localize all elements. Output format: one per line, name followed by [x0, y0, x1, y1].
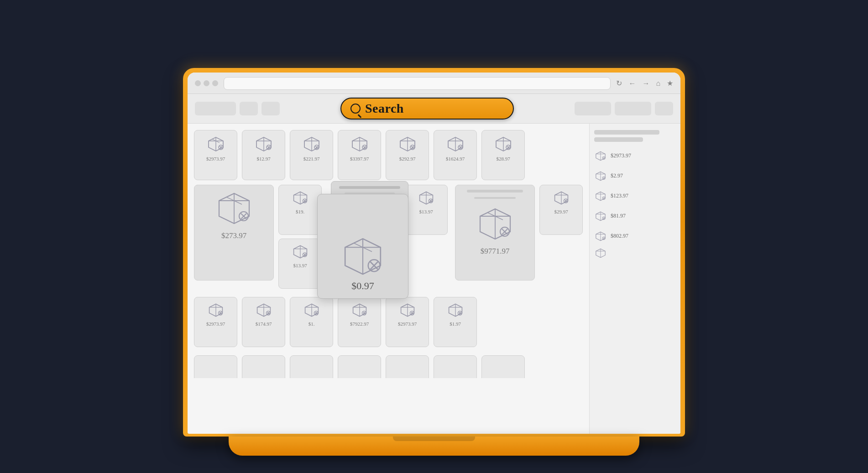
box-icon	[303, 302, 321, 318]
home-icon[interactable]: ⌂	[656, 79, 660, 88]
sidebar-header	[594, 130, 676, 144]
sidebar-item[interactable]: $2.97	[594, 168, 676, 184]
sidebar-item[interactable]: $81.97	[594, 208, 676, 224]
price-tag: $174.97	[256, 321, 272, 327]
search-bar-wrapper: Search	[283, 98, 571, 120]
price-tag: $13.97	[293, 263, 307, 268]
sidebar-line-1	[594, 130, 659, 135]
sidebar-price-4: $81.97	[611, 213, 626, 219]
laptop-lid: ↻ ← → ⌂ ★ Search	[183, 68, 685, 437]
search-icon	[350, 104, 361, 114]
nav-button-3[interactable]	[261, 102, 280, 115]
sidebar-box-icon	[594, 150, 607, 162]
nav-button-2[interactable]	[240, 102, 258, 115]
box-icon	[445, 135, 465, 153]
partial-card	[194, 355, 237, 378]
price-tag: $13.97	[419, 209, 433, 214]
price-tag: $292.97	[399, 156, 416, 161]
product-card[interactable]: $221.97	[290, 130, 333, 180]
sidebar-box-icon	[594, 249, 607, 258]
search-bar[interactable]: Search	[340, 98, 514, 120]
sidebar-item[interactable]: $802.97	[594, 229, 676, 244]
product-card[interactable]: $13.97	[278, 239, 322, 289]
price-tag: $1.97	[450, 321, 461, 327]
box-icon-xl	[338, 234, 388, 280]
sidebar-box-icon	[594, 210, 607, 222]
box-icon	[206, 135, 226, 153]
box-icon	[254, 135, 274, 153]
price-tag: $2973.97	[206, 321, 225, 327]
price-tag-medium: $273.97	[221, 231, 246, 240]
sidebar-item[interactable]: $123.97	[594, 188, 676, 204]
product-card[interactable]: $29.97	[539, 185, 583, 235]
nav-button-4[interactable]	[575, 102, 611, 115]
box-icon	[350, 135, 370, 153]
scene: ↻ ← → ⌂ ★ Search	[115, 18, 753, 456]
price-tag: $1624.97	[446, 156, 465, 161]
sidebar-item[interactable]: $2973.97	[594, 148, 676, 164]
box-icon-medium	[475, 205, 516, 244]
refresh-icon[interactable]: ↻	[616, 79, 622, 88]
product-card[interactable]: $292.97	[386, 130, 429, 180]
card-column-2: $13.97	[404, 185, 448, 235]
search-label: Search	[365, 101, 404, 116]
box-icon	[302, 135, 322, 153]
product-card[interactable]: $1.97	[434, 297, 477, 347]
grid-row-1: $2973.97 $12.97	[194, 130, 583, 180]
grid-row-2: $273.97	[194, 185, 583, 289]
price-tag-medium-right: $9771.97	[481, 247, 510, 256]
product-card[interactable]: $28.97	[481, 130, 525, 180]
sidebar-item-partial[interactable]	[594, 249, 676, 258]
nav-button-6[interactable]	[655, 102, 673, 115]
partial-row	[194, 355, 583, 378]
traffic-dot-3	[212, 80, 218, 86]
back-icon[interactable]: ←	[628, 79, 636, 88]
sidebar-line-2	[594, 137, 643, 142]
box-icon	[291, 190, 309, 206]
product-card[interactable]: $12.97	[242, 130, 285, 180]
browser-chrome: ↻ ← → ⌂ ★	[188, 73, 680, 94]
browser: ↻ ← → ⌂ ★ Search	[188, 73, 680, 434]
address-bar[interactable]	[224, 77, 611, 90]
box-icon	[207, 302, 225, 318]
bookmark-icon[interactable]: ★	[667, 79, 673, 88]
browser-actions: ↻ ← → ⌂ ★	[616, 79, 673, 88]
nav-button-5[interactable]	[615, 102, 651, 115]
box-icon	[398, 302, 417, 318]
nav-button-1[interactable]	[195, 102, 236, 115]
price-tag: $7922.97	[350, 321, 369, 327]
sidebar-box-icon	[594, 170, 607, 182]
box-icon	[291, 244, 309, 260]
partial-card	[481, 355, 525, 378]
product-card-large-featured[interactable]: $0.97	[317, 194, 408, 299]
box-icon	[397, 135, 418, 153]
traffic-dot-2	[204, 80, 209, 86]
laptop-base	[229, 437, 639, 456]
product-card[interactable]: $3397.97	[338, 130, 381, 180]
price-tag: $19.	[296, 209, 304, 214]
product-card-featured-left[interactable]: $273.97	[194, 185, 274, 281]
product-card[interactable]: $1624.97	[434, 130, 477, 180]
browser-content: $2973.97 $12.97	[188, 124, 680, 434]
card-column-1: $19. $13.97	[278, 185, 322, 289]
sidebar-box-icon	[594, 190, 607, 202]
box-icon	[552, 190, 570, 206]
product-card[interactable]: $2973.97	[194, 297, 237, 347]
partial-card	[290, 355, 333, 378]
product-card[interactable]: $13.97	[404, 185, 448, 235]
forward-icon[interactable]: →	[642, 79, 649, 88]
box-icon	[255, 302, 273, 318]
product-card[interactable]: $2973.97	[386, 297, 429, 347]
price-tag: $12.97	[256, 156, 270, 161]
product-card[interactable]: $2973.97	[194, 130, 237, 180]
product-card[interactable]: $19.	[278, 185, 322, 235]
price-tag: $29.97	[554, 209, 568, 214]
product-card[interactable]: $7922.97	[338, 297, 381, 347]
product-card[interactable]: $1.	[290, 297, 333, 347]
box-icon	[417, 190, 435, 206]
product-card-featured-right[interactable]: $9771.97	[455, 185, 535, 281]
partial-card	[434, 355, 477, 378]
product-card[interactable]: $174.97	[242, 297, 285, 347]
grid-row-3: $2973.97 $174.97	[194, 297, 583, 347]
traffic-lights	[195, 80, 218, 86]
